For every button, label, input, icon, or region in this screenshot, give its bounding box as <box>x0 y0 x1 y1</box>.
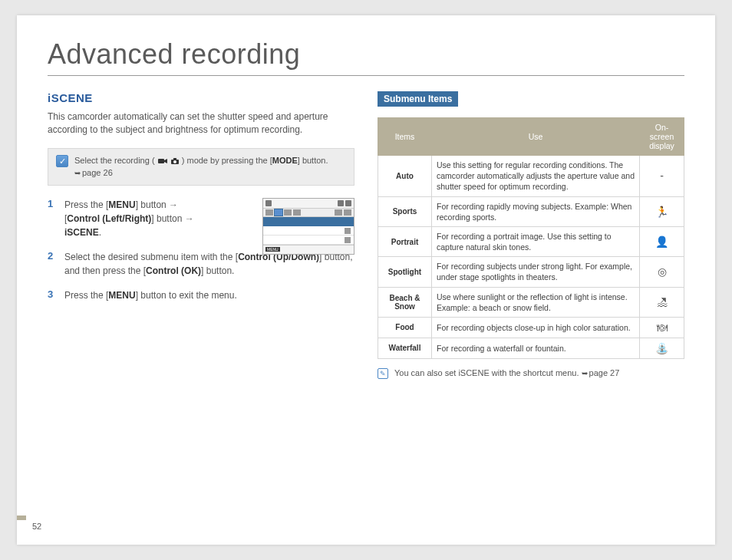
camera-icon <box>170 155 180 166</box>
callout-mode: MODE <box>272 156 298 165</box>
item-name: Spotlight <box>378 257 432 287</box>
item-display-icon: - <box>640 156 684 197</box>
step-1: 1 Press the [MENU] button [Control (Left… <box>48 198 354 239</box>
item-use: Use this setting for regular recording c… <box>432 156 640 197</box>
step-number: 2 <box>48 250 57 278</box>
lcd-row <box>263 226 354 236</box>
lcd-row <box>263 236 354 245</box>
right-column: Submenu Items Items Use On-screen displa… <box>378 91 684 379</box>
page-number: 52 <box>32 522 41 531</box>
item-use: For recording a portrait image. Use this… <box>432 226 640 256</box>
lcd-tab <box>344 209 351 216</box>
table-row: Food For recording objects close-up in h… <box>378 317 684 338</box>
table-row: Waterfall For recording a waterfall or f… <box>378 338 684 358</box>
lcd-tab <box>335 209 342 216</box>
mode-callout: ✓ Select the recording ( ) mode by press… <box>48 148 354 186</box>
step-number: 3 <box>48 288 57 302</box>
camcorder-icon <box>157 155 168 166</box>
table-row: Portrait For recording a portrait image.… <box>378 226 684 256</box>
two-column-layout: iSCENE This camcorder automatically can … <box>48 91 684 379</box>
waterfall-icon: ⛲ <box>640 338 684 358</box>
steps-list: 1 Press the [MENU] button [Control (Left… <box>48 198 354 302</box>
svg-rect-3 <box>173 158 176 160</box>
callout-text: Select the recording ( ) mode by pressin… <box>74 155 346 179</box>
lcd-footer: MENU <box>263 245 354 254</box>
item-name: Food <box>378 317 432 338</box>
item-use: For recording subjects under strong ligh… <box>432 257 640 287</box>
right-arrow-icon <box>185 213 194 224</box>
page-ref-arrow-icon <box>582 368 589 377</box>
item-name: Waterfall <box>378 338 432 358</box>
page-edge-tab <box>17 516 26 520</box>
note-pageref: page 27 <box>589 368 620 377</box>
spotlight-icon: ◎ <box>640 257 684 287</box>
th-use: Use <box>432 118 640 156</box>
page-title: Advanced recording <box>48 38 684 76</box>
lcd-screenshot: MENU <box>262 198 354 255</box>
table-row: Auto Use this setting for regular record… <box>378 156 684 197</box>
note-text: You can also set iSCENE with the shortcu… <box>394 368 619 377</box>
table-row: Spotlight For recording subjects under s… <box>378 257 684 287</box>
hand-icon <box>265 200 272 206</box>
lcd-tab <box>293 209 301 216</box>
callout-pre: Select the recording ( <box>74 156 157 165</box>
section-heading-iscene: iSCENE <box>48 91 354 104</box>
sports-icon: 🏃 <box>640 196 684 226</box>
note-icon: ✎ <box>378 368 388 379</box>
battery-icon <box>338 200 344 206</box>
page-ref-arrow-icon <box>74 168 82 177</box>
item-use: Use where sunlight or the reflection of … <box>432 287 640 317</box>
table-row: Beach & Snow Use where sunlight or the r… <box>378 287 684 317</box>
lcd-list <box>263 217 354 245</box>
lcd-menu-label: MENU <box>265 247 280 252</box>
manual-page: Advanced recording iSCENE This camcorder… <box>17 15 715 545</box>
beach-icon: 🏖 <box>640 287 684 317</box>
th-display: On-screen display <box>640 118 684 156</box>
portrait-icon: 👤 <box>640 226 684 256</box>
intro-text: This camcorder automatically can set the… <box>48 110 354 137</box>
check-icon: ✓ <box>56 155 68 167</box>
item-name: Portrait <box>378 226 432 256</box>
item-use: For recording rapidly moving subjects. E… <box>432 196 640 226</box>
submenu-heading: Submenu Items <box>378 91 458 107</box>
th-items: Items <box>378 118 432 156</box>
callout-pageref: page 26 <box>82 168 113 177</box>
food-icon: 🍽 <box>640 317 684 338</box>
note-row: ✎ You can also set iSCENE with the short… <box>378 368 684 379</box>
step-3: 3 Press the [MENU] button to exit the me… <box>48 288 354 302</box>
right-arrow-icon <box>169 199 178 210</box>
svg-point-4 <box>173 160 176 163</box>
table-row: Sports For recording rapidly moving subj… <box>378 196 684 226</box>
callout-post: ) mode by pressing the [ <box>182 156 272 165</box>
svg-marker-1 <box>164 159 167 163</box>
item-name: Beach & Snow <box>378 287 432 317</box>
item-name: Auto <box>378 156 432 197</box>
lcd-selected-row <box>263 217 354 226</box>
item-name: Sports <box>378 196 432 226</box>
card-icon <box>345 200 351 206</box>
lcd-tab <box>265 209 273 216</box>
step-number: 1 <box>48 198 57 239</box>
lcd-tab <box>284 209 292 216</box>
left-column: iSCENE This camcorder automatically can … <box>48 91 354 379</box>
lcd-tab-active <box>275 209 282 216</box>
item-use: For recording a waterfall or fountain. <box>432 338 640 358</box>
item-use: For recording objects close-up in high c… <box>432 317 640 338</box>
step-body: Press the [MENU] button to exit the menu… <box>64 288 237 302</box>
lcd-tab-bar <box>263 208 354 217</box>
svg-rect-0 <box>158 159 164 163</box>
submenu-table: Items Use On-screen display Auto Use thi… <box>378 117 684 359</box>
lcd-top-bar <box>263 199 354 208</box>
step-body: Press the [MENU] button [Control (Left/R… <box>64 198 233 239</box>
callout-tail: ] button. <box>298 156 328 165</box>
